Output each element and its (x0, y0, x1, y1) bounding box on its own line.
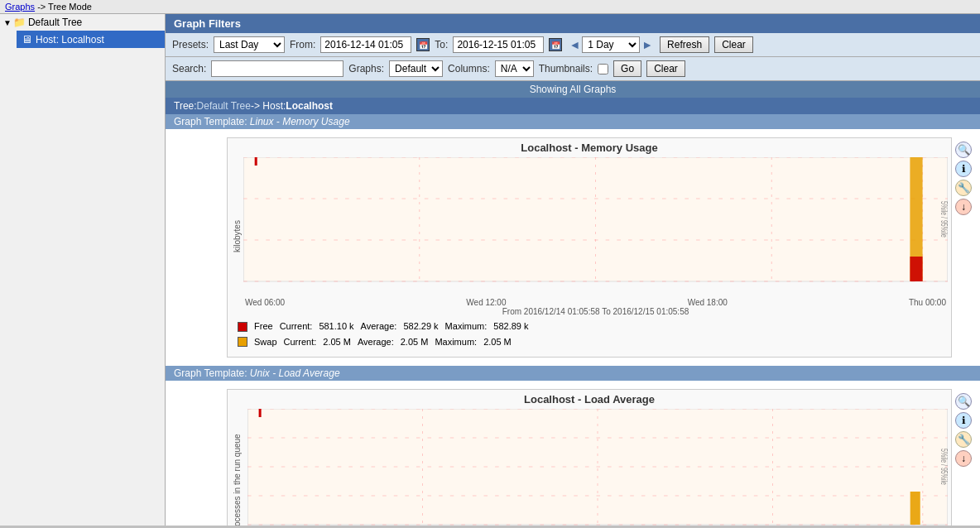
clear2-button[interactable]: Clear (646, 60, 685, 77)
svg-rect-27 (910, 492, 920, 525)
sidebar-root-item[interactable]: ▼ 📁 Default Tree (0, 14, 165, 31)
graph-1-left-spacer (174, 137, 223, 358)
graph-1-svg: 2.0 M 1.0 M 0.0 5%ile / 95%ile (243, 157, 948, 298)
graph-template-1-name: Linux - Memory Usage (250, 116, 350, 127)
graph-2-arrow-btn[interactable]: ↓ (955, 450, 972, 467)
go-button[interactable]: Go (613, 60, 641, 77)
presets-select[interactable]: Last Day Last Week Last Month (214, 36, 285, 53)
breadcrumb-current: Tree Mode (48, 2, 92, 12)
from-label: From: (290, 39, 315, 50)
to-input[interactable] (453, 36, 544, 53)
to-calendar-icon[interactable]: 📅 (549, 38, 562, 51)
graph-template-2-name: Unix - Load Average (250, 367, 340, 379)
tree-arrow-icon: ▼ (3, 18, 12, 27)
graph-2-chart-area: 5%ile / 95%ile Wed 06:00 Wed 12:00 Wed 1… (247, 409, 948, 526)
breadcrumb-separator: -> (37, 2, 46, 12)
graph-2-left-spacer (174, 389, 223, 526)
columns-label: Columns: (448, 63, 490, 74)
graph-1-arrow-btn[interactable]: ↓ (955, 199, 972, 215)
legend-row-swap: Swap Current: 2.05 M Average: 2.05 M Max… (238, 335, 941, 350)
filters-row-1: Presets: Last Day Last Week Last Month F… (166, 33, 980, 57)
graph-1-date-range: From 2016/12/14 01:05:58 To 2016/12/15 0… (243, 307, 948, 316)
tree-path-bar: Tree:Default Tree-> Host:Localhost (166, 98, 980, 114)
graph-1-title: Localhost - Memory Usage (231, 142, 948, 154)
graph-1-canvas: Localhost - Memory Usage kilobytes (228, 138, 951, 357)
graph-2-section: Localhost - Load Average processes in th… (166, 381, 980, 526)
from-calendar-icon[interactable]: 📅 (416, 38, 430, 51)
legend-swap-color (238, 337, 247, 347)
from-input[interactable] (320, 36, 411, 53)
sidebar-host-item[interactable]: 🖥 Host: Localhost (17, 31, 165, 48)
graph-1-info-btn[interactable]: ℹ (955, 161, 972, 177)
showing-bar: Showing All Graphs (166, 81, 980, 98)
monitor-icon: 🖥 (22, 33, 32, 46)
graph-2-placeholder: Localhost - Load Average processes in th… (227, 389, 952, 526)
legend-row-free: Free Current: 581.10 k Average: 582.29 k… (238, 319, 941, 334)
sidebar-root-label: Default Tree (28, 17, 82, 28)
svg-rect-14 (910, 257, 922, 281)
breadcrumb: Graphs -> Tree Mode (0, 0, 980, 14)
tree-folder-icon: 📁 (13, 17, 26, 28)
graph-2-title: Localhost - Load Average (231, 393, 948, 406)
graph-2-wrench-btn[interactable]: 🔧 (955, 431, 972, 448)
graph-1-section: Localhost - Memory Usage kilobytes (166, 129, 980, 366)
graph-1-chart-area: 2.0 M 1.0 M 0.0 5%ile / 95%ile (243, 157, 948, 316)
graph-1-icons: 🔍 ℹ 🔧 ↓ (955, 137, 972, 358)
presets-label: Presets: (172, 39, 209, 50)
thumbnails-label: Thumbnails: (539, 63, 593, 74)
breadcrumb-link[interactable]: Graphs (5, 2, 35, 12)
search-label: Search: (172, 63, 206, 74)
content-area: Graph Filters Presets: Last Day Last Wee… (166, 14, 980, 526)
tree-host-name: Localhost (286, 100, 333, 112)
graph-1-magnify-btn[interactable]: 🔍 (955, 142, 972, 158)
columns-select[interactable]: N/A 1 2 (495, 60, 534, 77)
graph-2-canvas: Localhost - Load Average processes in th… (228, 390, 951, 526)
search-input[interactable] (211, 60, 343, 77)
graph-2-info-btn[interactable]: ℹ (955, 412, 972, 429)
thumbnails-checkbox[interactable] (598, 64, 608, 74)
legend-free-color (238, 322, 247, 332)
refresh-button[interactable]: Refresh (660, 36, 709, 53)
graphs-label: Graphs: (348, 63, 384, 74)
graph-2-inner: processes in the run queue (231, 409, 948, 526)
interval-select[interactable]: 1 Day 1 Week 1 Month (582, 36, 640, 53)
sidebar-child-label: Host: Localhost (36, 34, 104, 46)
graph-2-icons: 🔍 ℹ 🔧 ↓ (955, 389, 972, 526)
sidebar-child: 🖥 Host: Localhost (0, 31, 165, 48)
nav-right-icon[interactable]: ► (640, 38, 655, 51)
graph-1-ylabel: kilobytes (231, 157, 243, 316)
graph-template-2-header: Graph Template: Unix - Load Average (166, 366, 980, 381)
graph-1-wrench-btn[interactable]: 🔧 (955, 180, 972, 196)
graph-1-x-labels: Wed 06:00 Wed 12:00 Wed 18:00 Thu 00:00 (243, 298, 948, 307)
graphs-select[interactable]: Default (389, 60, 443, 77)
graph-1-placeholder: Localhost - Memory Usage kilobytes (227, 137, 952, 358)
clear-button[interactable]: Clear (714, 36, 753, 53)
graph-filters-header: Graph Filters (166, 14, 980, 33)
filters-row-2: Search: Graphs: Default Columns: N/A 1 2… (166, 57, 980, 81)
graph-2-svg: 5%ile / 95%ile (247, 409, 948, 526)
graph-1-inner: kilobytes (231, 157, 948, 316)
svg-text:5%ile / 95%ile: 5%ile / 95%ile (939, 449, 948, 485)
graph-2-magnify-btn[interactable]: 🔍 (955, 393, 972, 410)
svg-text:5%ile / 95%ile: 5%ile / 95%ile (939, 201, 948, 238)
graph-2-ylabel: processes in the run queue (231, 409, 247, 526)
graph-template-1-header: Graph Template: Linux - Memory Usage (166, 114, 980, 129)
tree-path-name: Default Tree (197, 100, 251, 112)
nav-arrows: ◄ 1 Day 1 Week 1 Month ► (567, 36, 655, 53)
graph-1-legend: Free Current: 581.10 k Average: 582.29 k… (231, 316, 948, 353)
sidebar: ▼ 📁 Default Tree 🖥 Host: Localhost (0, 14, 166, 526)
to-label: To: (435, 39, 448, 50)
nav-left-icon[interactable]: ◄ (567, 38, 582, 51)
